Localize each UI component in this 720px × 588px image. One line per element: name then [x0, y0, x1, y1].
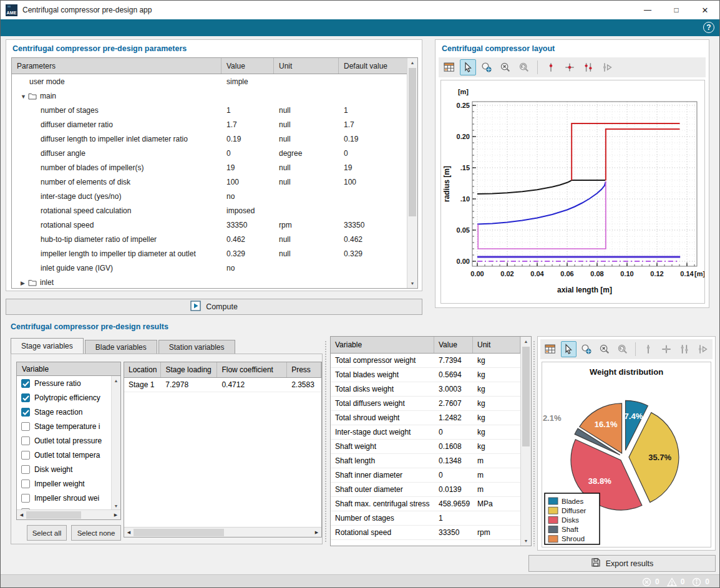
weights-row[interactable]: Total compressor weight7.7394kg — [331, 354, 520, 368]
zoom-reset-button[interactable] — [516, 59, 532, 75]
variable-checklist-item[interactable]: Pressure ratio — [17, 376, 111, 390]
scrollbar-thumb[interactable] — [134, 529, 224, 536]
zoom-reset-button[interactable] — [615, 341, 630, 357]
param-value[interactable]: 0.329 — [221, 249, 274, 258]
probe-double-button[interactable] — [580, 59, 596, 75]
param-value[interactable]: 0.462 — [221, 235, 274, 244]
param-row[interactable]: rotational speed 33350 rpm 33350 — [12, 218, 417, 232]
variable-checklist-item[interactable] — [17, 505, 111, 509]
param-value[interactable]: 100 — [221, 178, 274, 186]
zoom-out-button[interactable] — [497, 59, 513, 75]
checkbox[interactable] — [21, 480, 30, 488]
weights-row[interactable]: Total diffusers weight2.7607kg — [331, 397, 520, 411]
error-icon[interactable] — [642, 577, 651, 587]
variable-checklist-item[interactable]: Impeller weight — [17, 476, 111, 491]
probe-follow-button[interactable] — [599, 59, 615, 75]
param-group-row[interactable]: ▶inlet — [12, 275, 417, 289]
weights-row[interactable]: Rotational speed33350rpm — [331, 526, 520, 540]
scroll-right-icon[interactable]: ▶ — [312, 530, 321, 535]
scrollbar-thumb[interactable] — [522, 347, 530, 446]
scroll-up-icon[interactable]: ▲ — [407, 58, 417, 67]
param-row[interactable]: rotational speed calculation imposed — [12, 203, 417, 218]
probe-single-button[interactable] — [641, 341, 656, 357]
checkbox[interactable] — [21, 393, 30, 402]
checkbox[interactable] — [21, 451, 30, 460]
checkbox[interactable] — [21, 465, 30, 474]
param-row[interactable]: user mode simple — [12, 74, 417, 89]
scroll-up-icon[interactable]: ▲ — [112, 376, 120, 385]
weights-row[interactable]: Total shroud weight1.2482kg — [331, 411, 520, 425]
checklist-horizontal-scrollbar[interactable]: ◀ ▶ — [17, 509, 120, 519]
zoom-area-button[interactable] — [479, 59, 495, 75]
select-cursor-button[interactable] — [460, 59, 476, 75]
weights-row[interactable]: Inter-stage duct weight0kg — [331, 425, 520, 440]
help-icon[interactable]: ? — [703, 22, 714, 33]
tab-blade-variables[interactable]: Blade variables — [85, 340, 157, 354]
export-results-button[interactable]: Export results — [528, 555, 716, 572]
stage-table-horizontal-scrollbar[interactable]: ◀ ▶ — [124, 527, 321, 537]
probe-single-button[interactable] — [543, 59, 559, 75]
variable-checklist-item[interactable]: Impeller shroud wei — [17, 491, 111, 505]
parameters-table-vertical-scrollbar[interactable]: ▲ ▼ — [407, 58, 417, 288]
weights-table-vertical-scrollbar[interactable]: ▲ ▼ — [520, 337, 531, 546]
zoom-area-button[interactable] — [579, 341, 595, 357]
variable-checklist-item[interactable]: Outlet total tempera — [17, 448, 111, 462]
select-cursor-button[interactable] — [561, 341, 576, 357]
param-row[interactable]: diffuser diameter ratio 1.7 null 1.7 — [12, 117, 417, 132]
param-value[interactable]: imposed — [221, 206, 274, 215]
expand-arrow-icon[interactable]: ▶ — [21, 280, 28, 286]
tab-stage-variables[interactable]: Stage variables — [11, 338, 84, 354]
param-row[interactable]: number of elements of disk 100 null 100 — [12, 175, 417, 189]
weights-row[interactable]: Total disks weight3.0003kg — [331, 382, 520, 397]
scrollbar-thumb[interactable] — [26, 511, 81, 519]
param-value[interactable]: 0 — [221, 149, 274, 158]
param-value[interactable]: 1 — [221, 106, 274, 115]
checkbox[interactable] — [21, 422, 30, 431]
scroll-down-icon[interactable]: ▼ — [521, 536, 531, 546]
weights-row[interactable]: Shaft length0.1348m — [331, 454, 520, 468]
scroll-right-icon[interactable]: ▶ — [111, 513, 120, 518]
compute-button[interactable]: Compute — [6, 299, 422, 315]
variable-checklist-item[interactable]: Disk weight — [17, 462, 111, 476]
param-value[interactable]: no — [221, 264, 274, 272]
scroll-up-icon[interactable]: ▲ — [521, 337, 531, 346]
probe-follow-button[interactable] — [694, 341, 710, 357]
scrollbar-thumb[interactable] — [409, 68, 416, 216]
weights-row[interactable]: Shaft inner diameter0m — [331, 468, 520, 483]
scroll-down-icon[interactable]: ▼ — [407, 279, 417, 288]
param-value[interactable]: 0.19 — [221, 135, 274, 143]
param-row[interactable]: number of blades of impeller(s) 19 null … — [12, 160, 417, 175]
data-table-button[interactable] — [441, 59, 457, 75]
checkbox[interactable] — [21, 494, 30, 503]
param-row[interactable]: diffuser length to impeller inlet diamet… — [12, 132, 417, 146]
zoom-out-button[interactable] — [596, 341, 612, 357]
weights-row[interactable]: Shaft max. centrifugal stress458.9659MPa — [331, 497, 520, 511]
scroll-down-icon[interactable]: ▼ — [112, 504, 120, 508]
param-value[interactable]: 33350 — [221, 221, 274, 229]
param-value[interactable]: simple — [221, 77, 274, 86]
collapse-arrow-icon[interactable]: ▼ — [21, 94, 28, 100]
variable-checklist-item[interactable]: Stage reaction — [17, 405, 111, 419]
warning-icon[interactable] — [667, 577, 677, 587]
checklist-vertical-scrollbar[interactable]: ▲ ▼ — [111, 376, 120, 509]
scroll-left-icon[interactable]: ◀ — [124, 530, 134, 535]
param-row[interactable]: inlet guide vane (IGV) no — [12, 261, 417, 275]
param-row[interactable]: inter-stage duct (yes/no) no — [12, 189, 417, 203]
weights-row[interactable]: Shaft outer diameter0.0139m — [331, 483, 520, 497]
stage-row[interactable]: Stage 17.29780.47122.3583 — [124, 378, 321, 392]
vertical-splitter[interactable] — [533, 340, 536, 546]
probe-cross-button[interactable] — [562, 59, 578, 75]
vertical-splitter[interactable] — [324, 340, 328, 543]
param-row[interactable]: diffuser angle 0 degree 0 — [12, 146, 417, 160]
close-button[interactable]: ✕ — [691, 1, 719, 19]
tab-station-variables[interactable]: Station variables — [158, 340, 235, 354]
param-value[interactable]: no — [221, 192, 274, 201]
weights-row[interactable]: Number of stages1 — [331, 511, 520, 526]
probe-double-button[interactable] — [676, 341, 692, 357]
param-group-row[interactable]: ▼main — [12, 89, 417, 103]
variable-checklist-item[interactable]: Stage temperature i — [17, 419, 111, 433]
variable-checklist-item[interactable]: Polytropic efficiency — [17, 390, 111, 405]
param-row[interactable]: hub-to-tip diameter ratio of impeller 0.… — [12, 232, 417, 246]
param-value[interactable]: 19 — [221, 163, 274, 172]
checkbox[interactable] — [21, 408, 30, 417]
